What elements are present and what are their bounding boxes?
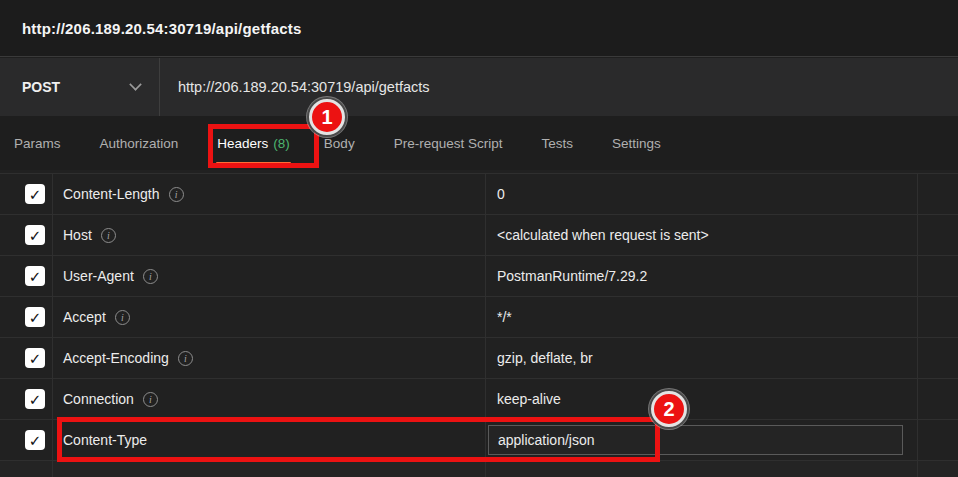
request-title-url: http://206.189.20.54:30719/api/getfacts	[22, 20, 302, 37]
tab-params[interactable]: Params	[14, 116, 66, 170]
header-key: Accept	[63, 309, 106, 325]
header-row-checkbox-cell: ✓	[0, 215, 53, 255]
header-row-checkbox-cell: ✓	[0, 297, 53, 337]
tab-label: Tests	[541, 136, 573, 151]
header-row-description-cell[interactable]	[918, 215, 958, 255]
header-row-key-cell[interactable]: Key	[53, 461, 486, 477]
info-icon[interactable]: i	[101, 228, 116, 243]
header-row: ✓ User-Agent i PostmanRuntime/7.29.2	[0, 255, 958, 296]
checkbox-checked[interactable]: ✓	[25, 307, 45, 327]
header-row-value-cell[interactable]: 0	[486, 174, 918, 214]
header-row-key-cell[interactable]: Content-Length i	[53, 174, 486, 214]
tab-settings[interactable]: Settings	[612, 116, 666, 170]
header-row: ✓ Content-Type application/json	[0, 419, 958, 460]
tab-count: (8)	[273, 136, 290, 151]
header-row: ✓ Content-Length i 0	[0, 173, 958, 214]
header-row: ✓ Accept i */*	[0, 296, 958, 337]
header-row-value-cell[interactable]: keep-alive	[486, 379, 918, 419]
header-row-value-cell[interactable]: application/json	[486, 420, 918, 460]
header-key: Content-Length	[63, 186, 160, 202]
request-title-bar: http://206.189.20.54:30719/api/getfacts	[0, 0, 958, 57]
info-icon[interactable]: i	[115, 310, 130, 325]
header-value-input[interactable]: application/json	[488, 425, 903, 455]
header-row-key-cell[interactable]: Content-Type	[53, 420, 486, 460]
checkbox-checked[interactable]: ✓	[25, 389, 45, 409]
postman-request-view: http://206.189.20.54:30719/api/getfacts …	[0, 0, 958, 477]
header-row-description-cell[interactable]	[918, 256, 958, 296]
header-row-value-cell[interactable]: PostmanRuntime/7.29.2	[486, 256, 918, 296]
tab-pre-request-script[interactable]: Pre-request Script	[394, 116, 508, 170]
header-row-key-cell[interactable]: Accept i	[53, 297, 486, 337]
header-row-description-cell[interactable]	[918, 420, 958, 460]
checkbox-checked[interactable]: ✓	[25, 184, 45, 204]
checkbox-checked[interactable]: ✓	[25, 225, 45, 245]
header-row-value-cell[interactable]: gzip, deflate, br	[486, 338, 918, 378]
tab-label: Settings	[612, 136, 661, 151]
header-row-description-cell[interactable]	[918, 174, 958, 214]
header-key: User-Agent	[63, 268, 134, 284]
tab-label: Body	[324, 136, 355, 151]
checkbox-checked[interactable]: ✓	[25, 266, 45, 286]
info-icon[interactable]: i	[143, 269, 158, 284]
header-key: Host	[63, 227, 92, 243]
header-row-checkbox-cell	[0, 461, 53, 477]
header-value: */*	[497, 309, 512, 325]
tab-tests[interactable]: Tests	[541, 116, 578, 170]
header-row: ✓ Connection i keep-alive	[0, 378, 958, 419]
header-row-description-cell[interactable]	[918, 297, 958, 337]
tab-label: Params	[14, 136, 61, 151]
tab-body[interactable]: Body	[324, 116, 360, 170]
info-icon[interactable]: i	[143, 392, 158, 407]
header-row-key-cell[interactable]: Connection i	[53, 379, 486, 419]
header-row-checkbox-cell: ✓	[0, 420, 53, 460]
header-value: PostmanRuntime/7.29.2	[497, 268, 647, 284]
checkbox-checked[interactable]: ✓	[25, 430, 45, 450]
header-key: Content-Type	[63, 432, 147, 448]
header-row-value-cell[interactable]: <calculated when request is sent>	[486, 215, 918, 255]
header-row-key-cell[interactable]: Host i	[53, 215, 486, 255]
method-dropdown[interactable]: POST	[0, 58, 160, 116]
request-bar: POST http://206.189.20.54:30719/api/getf…	[0, 58, 958, 116]
tab-label: Pre-request Script	[394, 136, 503, 151]
header-row-key-cell[interactable]: Accept-Encoding i	[53, 338, 486, 378]
header-row-checkbox-cell: ✓	[0, 379, 53, 419]
header-row: ✓ Host i <calculated when request is sen…	[0, 214, 958, 255]
method-label: POST	[22, 79, 60, 95]
header-key: Connection	[63, 391, 134, 407]
url-text: http://206.189.20.54:30719/api/getfacts	[178, 79, 430, 95]
header-value: <calculated when request is sent>	[497, 227, 709, 243]
header-row-description-cell[interactable]	[918, 379, 958, 419]
header-row-description-cell[interactable]	[918, 461, 958, 477]
info-icon[interactable]: i	[169, 187, 184, 202]
header-row: ✓ Accept-Encoding i gzip, deflate, br	[0, 337, 958, 378]
tab-label: Headers	[217, 136, 268, 151]
checkbox-checked[interactable]: ✓	[25, 348, 45, 368]
tab-authorization[interactable]: Authorization	[100, 116, 184, 170]
headers-table: ✓ Content-Length i 0 ✓ Host i <calculate…	[0, 170, 958, 477]
header-row-key-cell[interactable]: User-Agent i	[53, 256, 486, 296]
header-row-checkbox-cell: ✓	[0, 174, 53, 214]
request-tabs: Params Authorization Headers (8) Body Pr…	[0, 116, 958, 170]
header-row-value-cell[interactable]: */*	[486, 297, 918, 337]
header-value: keep-alive	[497, 391, 561, 407]
tab-label: Authorization	[100, 136, 179, 151]
info-icon[interactable]: i	[178, 351, 193, 366]
tab-headers[interactable]: Headers (8)	[217, 116, 290, 170]
header-row-checkbox-cell: ✓	[0, 338, 53, 378]
chevron-down-icon	[129, 78, 141, 90]
header-row-checkbox-cell: ✓	[0, 256, 53, 296]
url-input[interactable]: http://206.189.20.54:30719/api/getfacts	[160, 58, 958, 116]
header-value: gzip, deflate, br	[497, 350, 593, 366]
header-row-value-cell[interactable]: Value	[486, 461, 918, 477]
header-row-new-entry: Key Value	[0, 460, 958, 477]
header-key: Accept-Encoding	[63, 350, 169, 366]
header-value: 0	[497, 186, 505, 202]
header-row-description-cell[interactable]	[918, 338, 958, 378]
